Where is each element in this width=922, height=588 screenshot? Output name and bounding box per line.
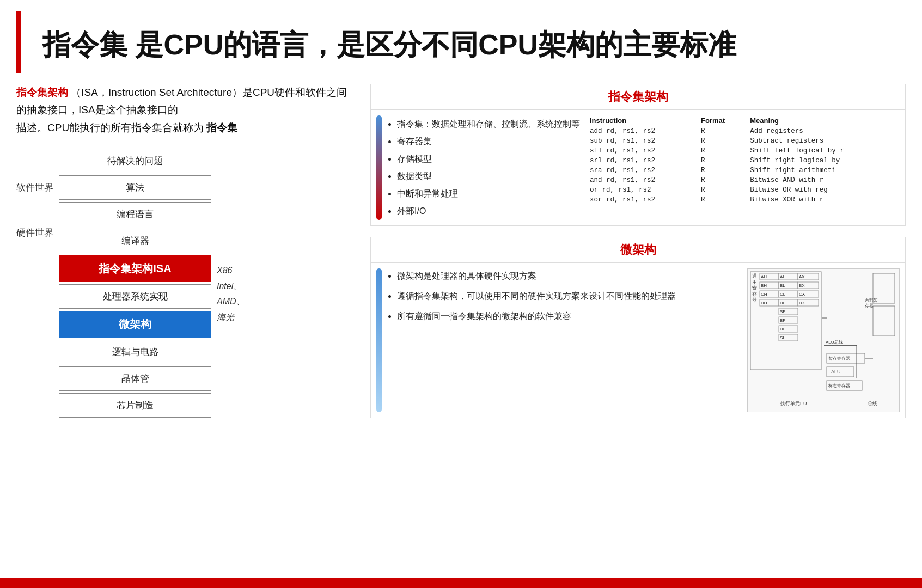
isa-table-header-0: Instruction bbox=[585, 115, 697, 126]
diagram-box-8: 晶体管 bbox=[59, 366, 211, 391]
micro-diagram-svg: 通 用 寄 存 器 AH AL AX BH bbox=[748, 269, 900, 411]
diagram-box-0: 待解决的问题 bbox=[59, 149, 211, 173]
isa-table-row-3: srl rd, rs1, rs2RShift right logical by bbox=[585, 156, 900, 166]
isa-table-cell-1-0: sub rd, rs1, rs2 bbox=[585, 136, 697, 146]
svg-text:暂存寄存器: 暂存寄存器 bbox=[828, 356, 850, 361]
isa-table-cell-5-0: and rd, rs1, rs2 bbox=[585, 175, 697, 185]
svg-text:总线: 总线 bbox=[867, 401, 877, 406]
svg-rect-51 bbox=[873, 306, 895, 336]
isa-table-row-1: sub rd, rs1, rs2RSubtract registers bbox=[585, 136, 900, 146]
diagram-labels-left: 软件世界 硬件世界 bbox=[16, 149, 53, 239]
isa-table-row-7: xor rd, rs1, rs2RBitwise XOR with r bbox=[585, 195, 900, 205]
micro-panel: 微架构 微架构是处理器的具体硬件实现方案遵循指令集架构，可以使用不同的硬件实现方… bbox=[370, 237, 906, 418]
svg-text:DI: DI bbox=[780, 327, 784, 332]
isa-table-cell-0-0: add rd, rs1, rs2 bbox=[585, 126, 697, 137]
svg-text:通: 通 bbox=[752, 273, 757, 279]
left-section: 指令集架构 （ISA，Instruction Set Architecture）… bbox=[16, 84, 354, 418]
isa-table-cell-3-1: R bbox=[697, 156, 746, 166]
right-label-0: X86 bbox=[217, 263, 245, 279]
main-content: 指令集架构 （ISA，Instruction Set Architecture）… bbox=[0, 78, 922, 418]
diagram-box-1: 算法 bbox=[59, 175, 211, 200]
svg-text:DH: DH bbox=[761, 301, 767, 305]
isa-table-cell-2-1: R bbox=[697, 146, 746, 156]
svg-text:ALU总线: ALU总线 bbox=[826, 340, 843, 345]
svg-text:BL: BL bbox=[780, 283, 785, 288]
svg-text:存器: 存器 bbox=[865, 303, 874, 308]
isa-table-header-2: Meaning bbox=[746, 115, 900, 126]
right-label-3: 海光 bbox=[217, 310, 245, 326]
micro-list-area: 微架构是处理器的具体硬件实现方案遵循指令集架构，可以使用不同的硬件实现方案来设计… bbox=[387, 268, 742, 412]
isa-table-header-1: Format bbox=[697, 115, 746, 126]
intro-text: 指令集架构 （ISA，Instruction Set Architecture）… bbox=[16, 84, 354, 137]
isa-list-item-1: 寄存器集 bbox=[397, 133, 580, 150]
micro-list-item-1: 遵循指令集架构，可以使用不同的硬件实现方案来设计不同性能的处理器 bbox=[397, 289, 742, 304]
svg-text:ALU: ALU bbox=[831, 369, 841, 375]
isa-list-item-0: 指令集：数据处理和存储、控制流、系统控制等 bbox=[397, 115, 580, 133]
isa-panel: 指令集架构 指令集：数据处理和存储、控制流、系统控制等寄存器集存储模型数据类型中… bbox=[370, 84, 906, 226]
isa-table-cell-6-1: R bbox=[697, 185, 746, 195]
isa-table-cell-6-2: Bitwise OR with reg bbox=[746, 185, 900, 195]
bottom-bar bbox=[0, 578, 922, 588]
isa-table-cell-3-2: Shift right logical by bbox=[746, 156, 900, 166]
diagram-boxes: 待解决的问题算法编程语言编译器指令集架构ISA处理器系统实现微架构逻辑与电路晶体… bbox=[59, 149, 211, 418]
diagram-box-9: 芯片制造 bbox=[59, 393, 211, 418]
micro-list-item-2: 所有遵循同一指令集架构的微架构的软件兼容 bbox=[397, 309, 742, 324]
diagram-box-4: 指令集架构ISA bbox=[59, 255, 211, 282]
isa-list-item-5: 外部I/O bbox=[397, 203, 580, 220]
hardware-label: 硬件世界 bbox=[16, 226, 53, 239]
isa-table-cell-3-0: srl rd, rs1, rs2 bbox=[585, 156, 697, 166]
isa-table-cell-2-0: sll rd, rs1, rs2 bbox=[585, 146, 697, 156]
svg-text:SP: SP bbox=[780, 309, 786, 314]
diagram-box-6: 微架构 bbox=[59, 311, 211, 338]
svg-text:执行单元EU: 执行单元EU bbox=[780, 401, 807, 406]
svg-text:AX: AX bbox=[799, 274, 805, 279]
isa-table-cell-7-2: Bitwise XOR with r bbox=[746, 195, 900, 205]
isa-list: 指令集：数据处理和存储、控制流、系统控制等寄存器集存储模型数据类型中断和异常处理… bbox=[387, 115, 580, 220]
micro-diagram: 通 用 寄 存 器 AH AL AX BH bbox=[747, 268, 900, 412]
svg-text:寄: 寄 bbox=[752, 285, 757, 291]
isa-table-row-5: and rd, rs1, rs2RBitwise AND with r bbox=[585, 175, 900, 185]
right-label-2: AMD、 bbox=[217, 294, 245, 310]
diagram-box-7: 逻辑与电路 bbox=[59, 340, 211, 364]
isa-gradient-bar bbox=[376, 115, 382, 220]
diagram-box-3: 编译器 bbox=[59, 229, 211, 253]
svg-text:内部暂: 内部暂 bbox=[865, 298, 878, 303]
isa-table-cell-2-2: Shift left logical by r bbox=[746, 146, 900, 156]
isa-table-cell-4-1: R bbox=[697, 166, 746, 175]
svg-text:标志寄存器: 标志寄存器 bbox=[828, 383, 850, 388]
svg-text:BP: BP bbox=[780, 318, 786, 323]
isa-panel-body: 指令集：数据处理和存储、控制流、系统控制等寄存器集存储模型数据类型中断和异常处理… bbox=[371, 110, 905, 225]
right-section: 指令集架构 指令集：数据处理和存储、控制流、系统控制等寄存器集存储模型数据类型中… bbox=[354, 84, 906, 418]
isa-table-row-6: or rd, rs1, rs2RBitwise OR with reg bbox=[585, 185, 900, 195]
software-label: 软件世界 bbox=[16, 181, 53, 194]
isa-table-cell-4-2: Shift right arithmeti bbox=[746, 166, 900, 175]
isa-table-cell-0-2: Add registers bbox=[746, 126, 900, 137]
intro-bold-black: 指令集 bbox=[206, 122, 237, 133]
isa-table-row-4: sra rd, rs1, rs2RShift right arithmeti bbox=[585, 166, 900, 175]
isa-table-body: add rd, rs1, rs2RAdd registerssub rd, rs… bbox=[585, 126, 900, 205]
isa-table-cell-7-1: R bbox=[697, 195, 746, 205]
micro-list: 微架构是处理器的具体硬件实现方案遵循指令集架构，可以使用不同的硬件实现方案来设计… bbox=[387, 268, 742, 324]
diagram-box-2: 编程语言 bbox=[59, 202, 211, 226]
micro-panel-title: 微架构 bbox=[371, 237, 905, 263]
isa-table-cell-7-0: xor rd, rs1, rs2 bbox=[585, 195, 697, 205]
micro-gradient-bar bbox=[376, 268, 382, 412]
svg-text:AH: AH bbox=[761, 274, 767, 279]
isa-table-wrapper: InstructionFormatMeaning add rd, rs1, rs… bbox=[585, 115, 900, 220]
isa-table-cell-4-0: sra rd, rs1, rs2 bbox=[585, 166, 697, 175]
isa-table-cell-5-1: R bbox=[697, 175, 746, 185]
micro-list-item-0: 微架构是处理器的具体硬件实现方案 bbox=[397, 268, 742, 284]
svg-text:SI: SI bbox=[780, 335, 784, 340]
svg-text:CH: CH bbox=[761, 292, 767, 297]
svg-text:AL: AL bbox=[780, 274, 785, 279]
svg-text:CL: CL bbox=[780, 292, 786, 297]
svg-text:CX: CX bbox=[799, 292, 805, 297]
header: 指令集 是CPU的语言，是区分不同CPU架构的主要标准 bbox=[16, 11, 906, 73]
svg-text:DL: DL bbox=[780, 301, 786, 305]
isa-panel-title: 指令集架构 bbox=[371, 84, 905, 110]
isa-table-cell-0-1: R bbox=[697, 126, 746, 137]
svg-text:BX: BX bbox=[799, 283, 805, 288]
isa-list-item-3: 数据类型 bbox=[397, 168, 580, 185]
isa-table-cell-1-2: Subtract registers bbox=[746, 136, 900, 146]
isa-table-row-2: sll rd, rs1, rs2RShift left logical by r bbox=[585, 146, 900, 156]
